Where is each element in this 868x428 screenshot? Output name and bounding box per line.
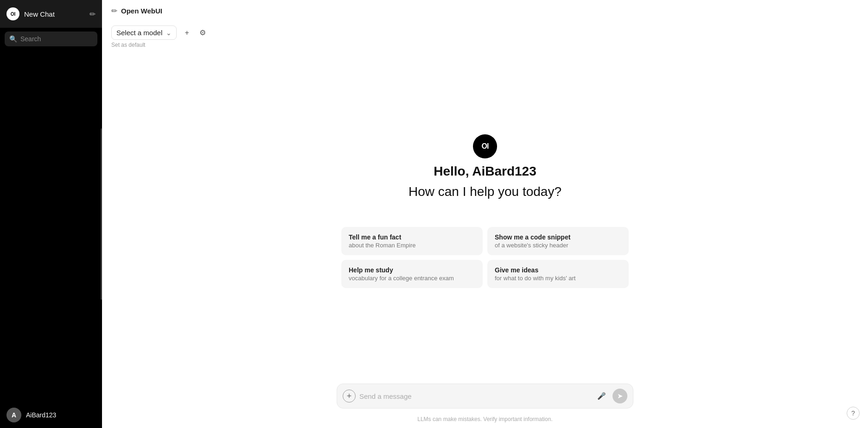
mic-icon: 🎤: [597, 392, 606, 400]
message-input[interactable]: [359, 392, 590, 400]
model-actions: + ⚙: [180, 26, 209, 39]
sidebar: OI New Chat ✏ 🔍 A AiBard123: [0, 0, 102, 428]
send-icon: ➤: [617, 392, 623, 400]
topbar: ✏ Open WebUI: [102, 0, 868, 22]
plus-icon: +: [347, 391, 352, 401]
suggestion-title-2: Help me study: [349, 266, 475, 274]
model-selector[interactable]: Select a model ⌄: [111, 25, 177, 40]
topbar-edit-icon[interactable]: ✏: [111, 6, 117, 15]
suggestion-title-0: Tell me a fun fact: [349, 233, 475, 241]
new-chat-button[interactable]: OI New Chat ✏: [0, 0, 102, 28]
suggestion-card-0[interactable]: Tell me a fun fact about the Roman Empir…: [341, 227, 483, 255]
input-bar: + 🎤 ➤: [337, 384, 633, 409]
app-title: Open WebUI: [121, 7, 162, 15]
suggestion-subtitle-3: for what to do with my kids' art: [495, 275, 621, 282]
attach-button[interactable]: +: [343, 390, 356, 403]
suggestion-title-1: Show me a code snippet: [495, 233, 621, 241]
chevron-down-icon: ⌄: [166, 29, 172, 37]
send-button[interactable]: ➤: [613, 389, 627, 403]
suggestion-card-2[interactable]: Help me study vocabulary for a college e…: [341, 260, 483, 288]
search-container: 🔍: [0, 28, 102, 50]
sidebar-resize-handle[interactable]: [100, 0, 102, 428]
suggestion-subtitle-1: of a website's sticky header: [495, 242, 621, 249]
suggestion-card-1[interactable]: Show me a code snippet of a website's st…: [487, 227, 629, 255]
model-label: Select a model: [116, 29, 162, 37]
suggestion-card-3[interactable]: Give me ideas for what to do with my kid…: [487, 260, 629, 288]
avatar: A: [6, 408, 21, 422]
suggestion-subtitle-0: about the Roman Empire: [349, 242, 475, 249]
search-input[interactable]: [5, 31, 97, 46]
search-icon: 🔍: [9, 35, 17, 43]
disclaimer: LLMs can make mistakes. Verify important…: [408, 412, 562, 428]
sidebar-user-profile[interactable]: A AiBard123: [0, 402, 102, 428]
username-label: AiBard123: [26, 411, 56, 419]
model-settings-button[interactable]: ⚙: [196, 26, 209, 39]
suggestion-subtitle-2: vocabulary for a college entrance exam: [349, 275, 475, 282]
main-panel: ✏ Open WebUI Select a model ⌄ + ⚙ Set as…: [102, 0, 868, 428]
model-bar: Select a model ⌄ + ⚙: [102, 22, 868, 42]
edit-icon[interactable]: ✏: [89, 10, 96, 19]
main-logo: OI: [473, 134, 497, 158]
input-bar-container: + 🎤 ➤: [327, 380, 643, 412]
center-content: OI Hello, AiBard123 How can I help you t…: [341, 50, 629, 380]
suggestion-cards: Tell me a fun fact about the Roman Empir…: [341, 227, 629, 288]
welcome-section: OI Hello, AiBard123 How can I help you t…: [408, 134, 562, 199]
suggestion-title-3: Give me ideas: [495, 266, 621, 274]
sidebar-logo: OI: [6, 7, 19, 20]
set-default-label: Set as default: [102, 42, 868, 48]
welcome-greeting: Hello, AiBard123: [434, 164, 536, 179]
welcome-subtitle: How can I help you today?: [408, 184, 562, 199]
help-icon: ?: [851, 409, 855, 417]
model-add-button[interactable]: +: [180, 26, 193, 39]
main-content-wrapper: OI Hello, AiBard123 How can I help you t…: [102, 50, 868, 428]
new-chat-label: New Chat: [24, 10, 55, 18]
help-button[interactable]: ?: [847, 407, 860, 420]
mic-button[interactable]: 🎤: [594, 389, 609, 403]
